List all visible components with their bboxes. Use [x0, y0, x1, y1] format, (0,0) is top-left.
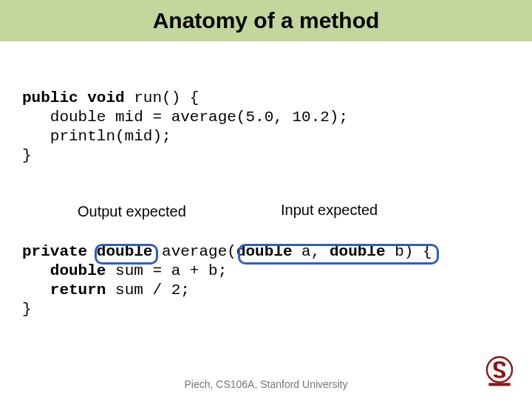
label-output-expected: Output expected — [78, 203, 186, 220]
stanford-logo — [480, 352, 519, 390]
highlight-parameters — [238, 244, 439, 265]
avg-close: } — [22, 301, 32, 318]
run-line1: double mid = average(5.0, 10.2); — [22, 109, 348, 126]
run-line2: println(mid); — [22, 128, 171, 145]
kw-private: private — [22, 243, 87, 260]
kw-public-void: public void — [22, 89, 125, 106]
run-close: } — [22, 147, 32, 164]
slide-title: Anatomy of a method — [153, 8, 380, 33]
run-sig-rest: run() { — [125, 89, 200, 106]
kw-double-sum: double — [50, 262, 106, 279]
kw-return: return — [50, 282, 106, 299]
highlight-return-type — [95, 244, 158, 265]
stanford-seal-icon — [480, 352, 519, 390]
label-input-expected: Input expected — [281, 202, 378, 219]
title-bar: Anatomy of a method — [0, 0, 532, 41]
footer-attribution: Piech, CS106A, Stanford University — [0, 378, 532, 390]
svg-rect-1 — [488, 383, 510, 386]
